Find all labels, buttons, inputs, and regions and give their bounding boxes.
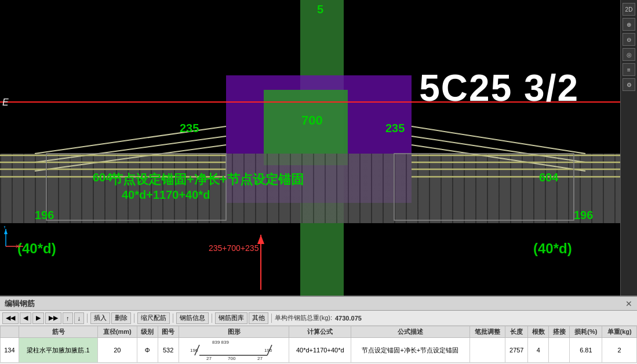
cell-count: 4 xyxy=(528,338,549,363)
col-header-diameter: 直径(mm) xyxy=(98,326,137,338)
svg-text:839 839: 839 839 xyxy=(212,340,229,345)
toolbar-sep-3 xyxy=(173,314,173,323)
toolbar-zoom-out-btn[interactable]: ⊖ xyxy=(623,33,635,46)
label-5c25: 5C25 3/2 xyxy=(419,67,579,110)
axis-svg: Y X xyxy=(3,226,26,249)
label-196-left: 196 xyxy=(35,209,54,222)
nav-first-btn[interactable]: ◀◀ xyxy=(2,312,19,324)
panel-header: 编辑钢筋 ✕ xyxy=(0,297,637,311)
label-196-right: 196 xyxy=(574,209,593,222)
total-weight-value: 4730.075 xyxy=(335,315,362,322)
toolbar-zoom-in-btn[interactable]: ⊕ xyxy=(623,18,635,31)
cell-splice xyxy=(549,338,570,363)
col-header-loss: 损耗(%) xyxy=(570,326,602,338)
cell-bar-name: 梁柱水平加腋加腋筋.1 xyxy=(19,338,97,363)
table-container: 筋号 直径(mm) 级别 图号 图形 计算公式 公式描述 笔批调整 长度 根数 … xyxy=(0,326,637,363)
label-700: 700 xyxy=(301,113,323,128)
label-40d-right: (40*d) xyxy=(533,241,572,257)
col-header-formula: 计算公式 xyxy=(289,326,351,338)
nav-down-btn[interactable]: ↓ xyxy=(74,312,85,324)
svg-text:27: 27 xyxy=(206,356,212,360)
svg-text:27: 27 xyxy=(257,356,263,360)
svg-text:196: 196 xyxy=(264,348,272,353)
chinese-text-formula-desc: 节点设定锚固+净长+节点设定锚固 xyxy=(110,171,304,188)
label-235-right: 235 xyxy=(385,122,405,135)
svg-text:700: 700 xyxy=(228,356,236,360)
insert-btn[interactable]: 插入 xyxy=(90,312,110,324)
label-5-top: 5 xyxy=(317,3,323,16)
nav-next-btn[interactable]: ▶ xyxy=(32,312,44,324)
bar-info-btn[interactable]: 钢筋信息 xyxy=(176,312,209,324)
rebar-table: 筋号 直径(mm) 级别 图号 图形 计算公式 公式描述 笔批调整 长度 根数 … xyxy=(0,326,637,363)
total-weight-label: 单构件钢筋总重(kg): xyxy=(275,314,332,322)
cell-formula: 40*d+1170+40*d xyxy=(289,338,351,363)
table-row[interactable]: 134 梁柱水平加腋加腋筋.1 20 Φ 532 xyxy=(1,338,637,363)
svg-text:Y: Y xyxy=(3,226,6,230)
bar-library-btn[interactable]: 钢筋图库 xyxy=(215,312,247,324)
right-toolbar: 2D ⊕ ⊖ ◎ ≡ ⚙ xyxy=(620,0,637,296)
delete-btn[interactable]: 删除 xyxy=(111,312,131,324)
cell-adjust xyxy=(469,338,505,363)
svg-line-3 xyxy=(412,126,585,154)
label-235-left: 235 xyxy=(180,122,199,135)
nav-up-btn[interactable]: ↑ xyxy=(63,312,73,324)
col-header-unit-weight: 单重(kg) xyxy=(602,326,637,338)
toolbar-sep-1 xyxy=(87,314,88,323)
svg-text:X: X xyxy=(16,243,19,249)
col-header-id xyxy=(1,326,19,338)
cell-drawing-no: 532 xyxy=(158,338,179,363)
cell-grade: Φ xyxy=(137,338,158,363)
col-header-adjust: 笔批调整 xyxy=(469,326,505,338)
label-604-right: 604 xyxy=(539,171,558,184)
chinese-text-formula: 40*d+1170+40*d xyxy=(122,188,210,202)
label-604-left: 604 xyxy=(93,171,112,184)
cell-id: 134 xyxy=(1,338,19,363)
svg-text:196: 196 xyxy=(190,348,198,353)
canvas-area: 5 E 5C25 3/2 700 235 235 604 604 196 196… xyxy=(0,0,637,296)
other-btn[interactable]: 其他 xyxy=(249,312,268,324)
col-header-grade: 级别 xyxy=(137,326,158,338)
cell-length: 2757 xyxy=(505,338,528,363)
cell-diameter: 20 xyxy=(98,338,137,363)
shape-svg: 196 839 839 196 27 700 27 xyxy=(189,339,279,360)
col-header-count: 根数 xyxy=(528,326,549,338)
col-header-desc: 公式描述 xyxy=(351,326,470,338)
col-header-length: 长度 xyxy=(505,326,528,338)
toolbar-sep-2 xyxy=(134,314,134,323)
toolbar-2d-btn[interactable]: 2D xyxy=(623,3,635,16)
col-header-shape: 图形 xyxy=(179,326,289,338)
bottom-panel: 编辑钢筋 ✕ ◀◀ ◀ ▶ ▶▶ ↑ ↓ 插入 删除 缩尺配筋 钢筋信息 钢筋图… xyxy=(0,296,637,364)
toolbar-grid-btn[interactable]: ≡ xyxy=(623,63,635,76)
arrow-annotation-label: 235+700+235 xyxy=(209,243,259,253)
toolbar-fit-btn[interactable]: ◎ xyxy=(623,48,635,61)
cell-desc: 节点设定锚固+净长+节点设定锚固 xyxy=(351,338,470,363)
toolbar-sep-5 xyxy=(271,314,272,323)
cell-shape: 196 839 839 196 27 700 27 xyxy=(179,338,289,363)
scale-config-btn[interactable]: 缩尺配筋 xyxy=(137,312,170,324)
col-header-splice: 搭接 xyxy=(549,326,570,338)
cell-loss: 6.81 xyxy=(570,338,602,363)
cell-unit-weight: 2 xyxy=(602,338,637,363)
nav-last-btn[interactable]: ▶▶ xyxy=(45,312,61,324)
toolbar-sep-4 xyxy=(212,314,212,323)
panel-toolbar: ◀◀ ◀ ▶ ▶▶ ↑ ↓ 插入 删除 缩尺配筋 钢筋信息 钢筋图库 其他 单构… xyxy=(0,311,637,326)
beam-track-area xyxy=(0,154,620,223)
panel-title: 编辑钢筋 xyxy=(5,299,35,309)
panel-close-btn[interactable]: ✕ xyxy=(625,299,632,308)
nav-prev-btn[interactable]: ◀ xyxy=(20,312,31,324)
col-header-bar-name: 筋号 xyxy=(19,326,97,338)
toolbar-settings-btn[interactable]: ⚙ xyxy=(623,78,635,91)
label-e: E xyxy=(2,97,9,108)
col-header-drawing-no: 图号 xyxy=(158,326,179,338)
